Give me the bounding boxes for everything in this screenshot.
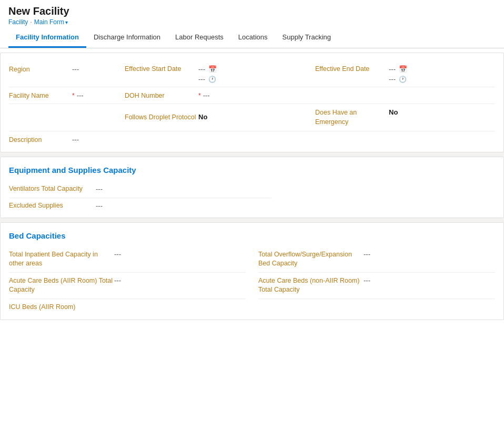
doh-number-value[interactable]: --- xyxy=(203,91,210,99)
tab-bar: Facility Information Discharge Informati… xyxy=(0,28,504,48)
does-have-emergency-label: Does Have an Emergency xyxy=(315,108,389,127)
tab-locations[interactable]: Locations xyxy=(231,28,275,48)
total-inpatient-bed-value[interactable]: --- xyxy=(114,250,121,258)
effective-start-date-values: --- 📅 --- 🕐 xyxy=(198,65,217,83)
doh-number-required: * xyxy=(198,92,201,99)
bed-capacities-grid: Total Inpatient Bed Capacity in other ar… xyxy=(9,246,495,316)
total-overflow-value[interactable]: --- xyxy=(364,250,370,258)
follows-droplet-value: No xyxy=(198,113,207,121)
ventilators-value[interactable]: --- xyxy=(96,185,103,193)
region-label: Region xyxy=(9,66,72,73)
acute-care-beds-aiir-field: Acute Care Beds (AIIR Room) Total Capaci… xyxy=(9,273,246,299)
region-value[interactable]: --- xyxy=(72,65,79,73)
clock-icon-end[interactable]: 🕐 xyxy=(399,76,407,83)
total-inpatient-bed-label: Total Inpatient Bed Capacity in other ar… xyxy=(9,250,114,269)
equipment-section-title: Equipment and Supplies Capacity xyxy=(9,166,495,174)
effective-start-date-value: --- xyxy=(198,65,205,73)
facility-info-card: Region --- Effective Start Date --- 📅 --… xyxy=(0,53,504,152)
excluded-supplies-field: Excluded Supplies --- xyxy=(9,198,272,213)
doh-number-label: DOH Number xyxy=(125,92,198,99)
effective-end-date-value: --- xyxy=(389,65,396,73)
acute-care-aiir-value[interactable]: --- xyxy=(114,276,121,284)
does-have-emergency-value: No xyxy=(389,108,398,116)
equipment-supplies-card: Equipment and Supplies Capacity Ventilat… xyxy=(0,157,504,218)
effective-end-date-field: Effective End Date --- 📅 --- 🕐 xyxy=(305,65,495,83)
clock-icon-start[interactable]: 🕐 xyxy=(208,76,216,83)
icu-beds-aiir-field: ICU Beds (AIIR Room) xyxy=(9,299,246,316)
main-content: Region --- Effective Start Date --- 📅 --… xyxy=(0,53,504,320)
follows-droplet-protocol-field: Follows Droplet Protocol No xyxy=(114,113,305,122)
icu-beds-aiir-label: ICU Beds (AIIR Room) xyxy=(9,303,114,312)
page-title: New Facility xyxy=(8,5,496,17)
effective-end-date-label: Effective End Date xyxy=(315,65,389,73)
region-field: Region --- xyxy=(9,65,114,73)
header: New Facility Facility · Main Form ▾ xyxy=(0,0,504,28)
description-value[interactable]: --- xyxy=(72,136,79,143)
breadcrumb-facility[interactable]: Facility xyxy=(8,18,28,26)
acute-care-non-aiir-field: Acute Care Beds (non-AIIR Room) Total Ca… xyxy=(258,273,495,299)
doh-number-field: DOH Number * --- xyxy=(114,91,495,99)
total-overflow-bed-field: Total Overflow/Surge/Expansion Bed Capac… xyxy=(258,246,495,273)
effective-start-date-label: Effective Start Date xyxy=(125,65,198,73)
breadcrumb-separator: · xyxy=(30,18,32,26)
acute-care-non-aiir-label: Acute Care Beds (non-AIIR Room) Total Ca… xyxy=(258,276,364,295)
excluded-supplies-label: Excluded Supplies xyxy=(9,202,96,209)
description-label: Description xyxy=(9,136,72,143)
bed-capacities-card: Bed Capacities Total Inpatient Bed Capac… xyxy=(0,222,504,321)
tab-supply-tracking[interactable]: Supply Tracking xyxy=(275,28,339,48)
tab-labor-requests[interactable]: Labor Requests xyxy=(168,28,231,48)
breadcrumb-main-form[interactable]: Main Form ▾ xyxy=(34,18,68,26)
ventilators-label: Ventilators Total Capacity xyxy=(9,184,96,194)
effective-start-date-field: Effective Start Date --- 📅 --- 🕐 xyxy=(114,65,305,83)
breadcrumb: Facility · Main Form ▾ xyxy=(8,18,496,26)
calendar-icon-end[interactable]: 📅 xyxy=(399,65,407,73)
page-container: New Facility Facility · Main Form ▾ Faci… xyxy=(0,0,504,422)
bed-capacities-title: Bed Capacities xyxy=(9,231,495,240)
acute-care-aiir-label: Acute Care Beds (AIIR Room) Total Capaci… xyxy=(9,276,114,295)
calendar-icon-start[interactable]: 📅 xyxy=(208,65,217,73)
facility-name-required: * xyxy=(72,92,75,99)
description-field: Description --- xyxy=(9,136,79,143)
ventilators-capacity-field: Ventilators Total Capacity --- xyxy=(9,181,272,198)
tab-discharge-information[interactable]: Discharge Information xyxy=(86,28,168,48)
bed-right-col: Total Overflow/Surge/Expansion Bed Capac… xyxy=(258,246,495,316)
does-have-emergency-field: Does Have an Emergency No xyxy=(305,108,495,127)
effective-start-time-value: --- xyxy=(198,75,205,83)
excluded-supplies-value[interactable]: --- xyxy=(96,202,103,210)
total-inpatient-bed-field: Total Inpatient Bed Capacity in other ar… xyxy=(9,246,246,273)
effective-end-time-value: --- xyxy=(389,75,396,83)
chevron-down-icon: ▾ xyxy=(65,19,68,25)
equipment-fields: Ventilators Total Capacity --- Excluded … xyxy=(9,181,272,213)
facility-name-value[interactable]: --- xyxy=(77,91,84,99)
follows-droplet-label: Follows Droplet Protocol xyxy=(125,113,198,122)
facility-name-field: Facility Name * --- xyxy=(9,91,114,99)
bed-left-col: Total Inpatient Bed Capacity in other ar… xyxy=(9,246,246,316)
total-overflow-label: Total Overflow/Surge/Expansion Bed Capac… xyxy=(258,250,364,269)
facility-name-label: Facility Name xyxy=(9,92,72,99)
effective-end-date-values: --- 📅 --- 🕐 xyxy=(389,65,407,83)
acute-care-non-aiir-value[interactable]: --- xyxy=(364,276,370,284)
tab-facility-information[interactable]: Facility Information xyxy=(8,28,86,48)
